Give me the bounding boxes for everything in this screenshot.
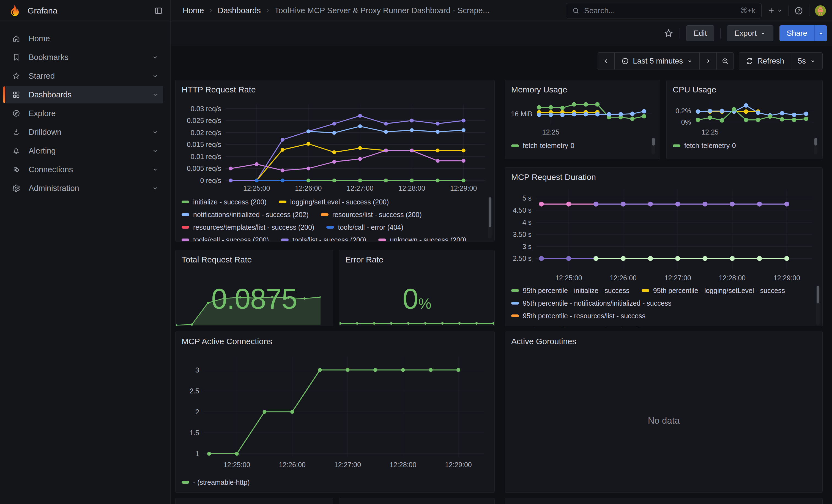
chevron-down-icon[interactable] — [152, 54, 159, 61]
chevron-down-icon[interactable] — [152, 147, 159, 154]
legend-item[interactable]: tools/call - error (404) — [326, 223, 404, 231]
svg-text:0.02 req/s: 0.02 req/s — [191, 129, 221, 136]
export-button[interactable]: Export — [727, 25, 773, 41]
dashboard-canvas: Last 5 minutes Refresh 5s — [171, 45, 832, 504]
panel-title[interactable]: Active Goroutines — [505, 332, 822, 346]
legend-scrollbar[interactable] — [488, 197, 492, 239]
grafana-logo-icon[interactable] — [8, 5, 20, 17]
panel-partial — [175, 498, 333, 504]
http-request-rate-chart[interactable]: 0 req/s0.005 req/s0.01 req/s0.015 req/s0… — [179, 96, 491, 193]
time-controls: Last 5 minutes Refresh 5s — [598, 52, 823, 70]
mcp-active-connections-chart[interactable]: 11.522.5312:25:0012:26:0012:27:0012:28:0… — [179, 353, 491, 469]
chevron-down-icon — [777, 8, 782, 14]
add-button[interactable] — [767, 7, 782, 15]
chevron-down-icon[interactable] — [152, 91, 159, 98]
gear-icon — [12, 184, 20, 192]
panel-title[interactable]: MCP Active Connections — [176, 332, 494, 346]
sidebar-item-bookmarks[interactable]: Bookmarks — [5, 48, 163, 66]
home-icon — [12, 34, 20, 43]
svg-text:12:28:00: 12:28:00 — [390, 461, 416, 469]
share-split-button: Share — [779, 25, 827, 41]
share-menu-button[interactable] — [814, 25, 827, 41]
zoom-out-button[interactable] — [717, 52, 734, 70]
legend-item[interactable]: unknown - success (200) — [378, 236, 466, 242]
panel-title[interactable]: HTTP Request Rate — [176, 80, 494, 95]
error-rate-sparkline[interactable] — [339, 318, 494, 326]
chevron-down-icon[interactable] — [152, 185, 159, 192]
sidebar-item-label: Dashboards — [29, 90, 72, 99]
legend-item[interactable]: 95th percentile - initialize - success — [511, 287, 629, 295]
search-input[interactable]: Search... ⌘+k — [566, 3, 761, 19]
legend-item[interactable]: - (streamable-http) — [182, 478, 250, 486]
svg-text:0.025 req/s: 0.025 req/s — [187, 117, 221, 124]
duration-legend: 95th percentile - initialize - success 9… — [511, 284, 814, 326]
legend-scrollbar[interactable] — [651, 137, 655, 154]
panel-total-request-rate: Total Request Rate 0.0875 — [175, 250, 333, 326]
error-rate-unit: % — [418, 295, 431, 312]
legend-color-chip — [378, 239, 386, 241]
sidebar-item-connections[interactable]: Connections — [5, 161, 163, 178]
panel-title[interactable]: Error Rate — [339, 250, 494, 264]
total-request-rate-sparkline[interactable] — [176, 289, 320, 326]
legend-color-chip — [511, 144, 519, 147]
sidebar-item-drilldown[interactable]: Drilldown — [5, 123, 163, 141]
sidebar-item-starred[interactable]: Starred — [5, 67, 163, 85]
legend-scrollbar[interactable] — [814, 137, 817, 154]
breadcrumb-dashboards[interactable]: Dashboards — [218, 6, 261, 15]
legend-item[interactable]: 95th percentile - logging/setLevel - suc… — [642, 287, 785, 295]
sidebar-item-label: Administration — [29, 184, 79, 193]
legend-item[interactable]: initialize - success (200) — [182, 198, 267, 206]
chevron-down-icon[interactable] — [152, 129, 159, 136]
sidebar-item-dashboards[interactable]: Dashboards — [5, 86, 163, 103]
refresh-interval-picker[interactable]: 5s — [791, 52, 823, 70]
time-range-picker[interactable]: Last 5 minutes — [615, 52, 700, 70]
user-avatar[interactable] — [815, 5, 826, 16]
sidebar-item-explore[interactable]: Explore — [5, 105, 163, 122]
grafana-app: Grafana Home Dashboards ToolHive MCP Ser… — [0, 0, 832, 504]
legend-item[interactable]: resources/list - success (200) — [321, 211, 422, 219]
memory-usage-chart[interactable]: 16 MiB12:25 — [508, 98, 657, 137]
legend-item[interactable]: 95th percentile - resources/templates/li… — [511, 325, 677, 326]
sidebar-item-home[interactable]: Home — [5, 30, 163, 47]
legend-item[interactable]: notifications/initialized - success (202… — [182, 211, 309, 219]
legend-item[interactable]: 95th percentile - resources/list - succe… — [511, 312, 646, 320]
panel-memory-usage: Memory Usage 16 MiB12:25 fetch-telemetry… — [505, 80, 660, 159]
panel-title[interactable]: MCP Request Duration — [505, 167, 822, 182]
svg-text:?: ? — [797, 8, 800, 13]
legend-item[interactable]: 95th percentile - notifications/initiali… — [511, 299, 672, 307]
refresh-button[interactable]: Refresh — [739, 52, 791, 70]
breadcrumb-home[interactable]: Home — [183, 6, 204, 15]
svg-text:12:27:00: 12:27:00 — [347, 184, 373, 192]
svg-text:12:28:00: 12:28:00 — [398, 184, 425, 192]
mcp-request-duration-chart[interactable]: 5 s4.50 s4 s3.50 s3 s2.50 s12:25:0012:26… — [509, 184, 819, 283]
svg-text:2.5: 2.5 — [189, 387, 199, 395]
edit-button[interactable]: Edit — [686, 25, 714, 41]
sidebar-item-alerting[interactable]: Alerting — [5, 142, 163, 160]
share-button[interactable]: Share — [779, 25, 814, 41]
star-icon — [12, 72, 20, 80]
svg-text:12:25:00: 12:25:00 — [555, 274, 582, 282]
legend-item[interactable]: fetch-telemetry-0 — [673, 142, 736, 150]
panel-title[interactable]: Memory Usage — [505, 80, 660, 95]
chevron-down-icon[interactable] — [152, 166, 159, 173]
legend-scrollbar[interactable] — [816, 285, 820, 325]
cpu-usage-chart[interactable]: 0.2%0%12:25 — [669, 98, 820, 137]
legend-color-chip — [182, 201, 189, 203]
panel-title[interactable]: Total Request Rate — [176, 250, 333, 264]
legend-item[interactable]: tools/list - success (200) — [281, 236, 366, 242]
sidebar-item-administration[interactable]: Administration — [5, 179, 163, 197]
panel-title[interactable]: CPU Usage — [667, 80, 822, 95]
time-shift-back-button[interactable] — [598, 52, 615, 70]
sidebar-toggle-icon[interactable] — [154, 6, 163, 16]
cpu-legend: fetch-telemetry-0 — [673, 142, 736, 150]
chevron-down-icon[interactable] — [152, 72, 159, 80]
time-shift-forward-button[interactable] — [700, 52, 717, 70]
legend-item[interactable]: fetch-telemetry-0 — [511, 142, 574, 150]
legend-item[interactable]: tools/call - success (200) — [182, 236, 269, 242]
legend-item[interactable]: resources/templates/list - success (200) — [182, 223, 314, 231]
star-dashboard-button[interactable] — [664, 28, 674, 38]
help-icon[interactable]: ? — [794, 6, 803, 16]
topbar: Grafana Home Dashboards ToolHive MCP Ser… — [0, 0, 832, 22]
chevron-right-icon — [265, 8, 271, 14]
legend-item[interactable]: logging/setLevel - success (200) — [279, 198, 389, 206]
